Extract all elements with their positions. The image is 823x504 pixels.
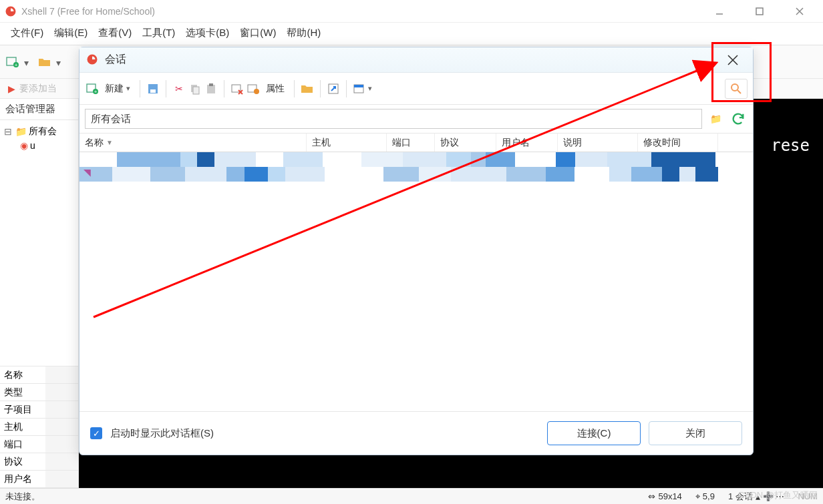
window-title: Xshell 7 (Free for Home/School) xyxy=(21,6,707,17)
search-button[interactable] xyxy=(725,79,748,99)
menu-bar: 文件(F)编辑(E)查看(V)工具(T)选项卡(B)窗口(W)帮助(H) xyxy=(0,23,823,45)
list-item[interactable] xyxy=(79,167,753,182)
property-label: 端口 xyxy=(0,439,45,451)
dialog-close-btn[interactable]: 关闭 xyxy=(649,421,742,445)
property-label: 类型 xyxy=(0,387,45,399)
column-header[interactable]: 名称▼ xyxy=(79,134,307,152)
property-label: 主机 xyxy=(0,421,45,433)
property-label: 用户名 xyxy=(0,473,45,485)
folder-icon: 📁 xyxy=(15,126,27,137)
list-body: ◥ xyxy=(79,152,753,182)
save-icon[interactable] xyxy=(146,81,160,96)
property-label: 协议 xyxy=(0,456,45,468)
open-folder-icon[interactable] xyxy=(37,55,52,69)
dropdown-icon[interactable]: ▾ xyxy=(56,57,65,67)
browse-folder-icon[interactable] xyxy=(300,81,315,96)
column-header[interactable]: 说明 xyxy=(558,134,638,152)
property-value xyxy=(45,401,78,418)
svg-point-26 xyxy=(731,84,738,91)
minimize-button[interactable] xyxy=(707,2,732,21)
link-icon[interactable] xyxy=(326,81,341,96)
property-row: 用户名 xyxy=(0,471,78,488)
column-header[interactable]: 用户名 xyxy=(496,134,558,152)
status-bar: 未连接。 ⇔ 59x14 ⌖ 5,9 1 会话 ▴ ➕ ⋯ NUM xyxy=(0,488,823,504)
app-icon xyxy=(4,5,17,18)
list-header: 名称▼主机端口协议用户名说明修改时间 xyxy=(79,134,753,152)
dialog-close-button[interactable] xyxy=(719,50,746,70)
view-icon[interactable] xyxy=(352,81,367,96)
svg-point-22 xyxy=(254,89,259,94)
dialog-toolbar: + 新建 ▾ ✂ 属性 ▾ xyxy=(79,73,753,105)
close-button[interactable] xyxy=(787,2,812,21)
property-value xyxy=(45,436,78,453)
svg-rect-25 xyxy=(354,85,363,87)
property-grid: 名称类型子项目主机端口协议用户名 xyxy=(0,366,78,488)
new-session-icon[interactable]: + xyxy=(85,81,100,96)
title-bar: Xshell 7 (Free for Home/School) xyxy=(0,0,823,23)
svg-rect-13 xyxy=(150,89,156,93)
column-header[interactable]: 主机 xyxy=(307,134,387,152)
collapse-icon[interactable]: ⊟ xyxy=(3,126,13,137)
property-row: 名称 xyxy=(0,366,78,384)
path-input[interactable] xyxy=(85,109,702,129)
status-cursor: ⌖ 5,9 xyxy=(695,491,715,502)
dropdown-icon[interactable]: ▾ xyxy=(368,84,372,93)
status-size: ⇔ 59x14 xyxy=(648,491,681,501)
dialog-title: 会话 xyxy=(105,53,126,67)
column-header[interactable]: 修改时间 xyxy=(638,134,718,152)
cut-icon[interactable]: ✂ xyxy=(172,81,186,96)
menu-item[interactable]: 帮助(H) xyxy=(283,25,325,41)
svg-rect-17 xyxy=(209,83,213,86)
folder-up-icon[interactable]: 📁 xyxy=(706,109,725,128)
new-button[interactable]: 新建 ▾ xyxy=(101,81,134,96)
svg-line-27 xyxy=(737,90,741,93)
column-header[interactable]: 端口 xyxy=(387,134,435,152)
property-row: 子项目 xyxy=(0,401,78,419)
refresh-icon[interactable] xyxy=(729,109,748,128)
tree-child[interactable]: ◉ u xyxy=(1,139,77,152)
menu-item[interactable]: 窗口(W) xyxy=(236,25,280,41)
show-on-startup-checkbox[interactable]: ✓ xyxy=(90,427,102,439)
session-icon: ◉ xyxy=(20,140,28,151)
terminal-text: rese xyxy=(771,136,810,155)
svg-text:+: + xyxy=(15,62,18,68)
property-row: 类型 xyxy=(0,384,78,401)
menu-item[interactable]: 编辑(E) xyxy=(50,25,92,41)
session-manager-panel: 会话管理器 ⊟ 📁 所有会 ◉ u 名称类型子项目主机端口协议用户名 xyxy=(0,99,79,488)
window-controls xyxy=(707,2,812,21)
sessions-dialog: 会话 + 新建 ▾ ✂ 属性 ▾ 📁 xyxy=(79,47,754,455)
svg-rect-15 xyxy=(193,87,199,94)
tree-root[interactable]: ⊟ 📁 所有会 xyxy=(1,124,77,139)
watermark: CSDN @打鱼又晒网 xyxy=(738,489,818,501)
property-row: 端口 xyxy=(0,436,78,453)
dropdown-icon[interactable]: ▾ xyxy=(24,57,33,67)
property-label: 子项目 xyxy=(0,404,45,416)
dialog-footer: ✓ 启动时显示此对话框(S) 连接(C) 关闭 xyxy=(79,411,753,455)
session-tree[interactable]: ⊟ 📁 所有会 ◉ u xyxy=(0,120,78,366)
column-header[interactable]: 协议 xyxy=(435,134,496,152)
svg-rect-1 xyxy=(756,8,763,15)
maximize-button[interactable] xyxy=(747,2,772,21)
new-tab-icon[interactable]: + xyxy=(5,55,20,69)
list-item[interactable] xyxy=(79,152,753,167)
copy-icon[interactable] xyxy=(188,81,202,96)
menu-item[interactable]: 工具(T) xyxy=(138,25,179,41)
dialog-path-bar: 📁 xyxy=(79,105,753,134)
menu-item[interactable]: 查看(V) xyxy=(94,25,136,41)
session-list[interactable]: 名称▼主机端口协议用户名说明修改时间 ◥ xyxy=(79,134,753,411)
properties-icon[interactable] xyxy=(246,81,261,96)
property-row: 主机 xyxy=(0,419,78,436)
svg-text:+: + xyxy=(94,89,98,95)
menu-item[interactable]: 选项卡(B) xyxy=(182,25,233,41)
sort-icon: ▼ xyxy=(106,139,113,146)
property-value xyxy=(45,471,78,487)
property-value xyxy=(45,384,78,401)
paste-icon[interactable] xyxy=(204,81,218,96)
menu-item[interactable]: 文件(F) xyxy=(7,25,47,41)
property-label: 名称 xyxy=(0,369,45,381)
properties-button[interactable]: 属性 xyxy=(262,81,289,96)
connect-button[interactable]: 连接(C) xyxy=(547,421,641,445)
tree-root-label: 所有会 xyxy=(29,125,57,138)
delete-icon[interactable] xyxy=(230,81,244,96)
selected-indicator-icon: ◥ xyxy=(84,167,91,178)
